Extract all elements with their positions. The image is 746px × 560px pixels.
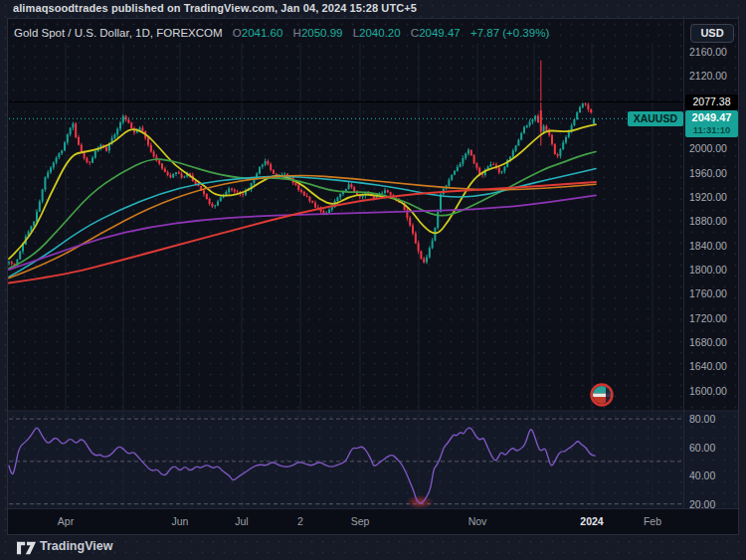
time-axis-label: 2024 — [570, 515, 614, 527]
price-axis-label: 1840.00 — [689, 240, 727, 252]
time-axis[interactable]: AprJunJul2SepNov2024Feb — [8, 508, 738, 535]
price-axis-label: 1720.00 — [689, 312, 727, 324]
legend-close-value: 2049.47 — [419, 27, 461, 39]
tradingview-brand[interactable]: TradingView — [40, 539, 112, 553]
bar-countdown: 11:31:10 — [685, 124, 738, 136]
time-axis-label: Feb — [631, 515, 674, 527]
price-axis-label: 2120.00 — [689, 70, 727, 82]
price-axis-label: 1760.00 — [689, 287, 727, 299]
time-axis-label: 2 — [279, 515, 322, 527]
tradingview-published-snapshot: { "attribution": "alimaqsoodtrades publi… — [0, 0, 746, 560]
attribution-bar: alimaqsoodtrades published on TradingVie… — [0, 0, 746, 18]
price-axis-label: 1600.00 — [689, 385, 727, 397]
price-axis-label: 1640.00 — [689, 360, 727, 372]
time-axis-label: Jun — [158, 515, 202, 527]
legend-open-value: 2041.60 — [242, 27, 283, 39]
legend-high-value: 2050.99 — [301, 27, 343, 39]
legend-close-label: C — [411, 27, 419, 39]
time-axis-label: Sep — [338, 515, 382, 527]
tradingview-logo-icon[interactable] — [17, 541, 37, 555]
current-price-value: 2049.47 — [685, 110, 738, 124]
price-axis-label: 2000.00 — [689, 142, 727, 154]
price-axis-label: 1800.00 — [689, 264, 727, 276]
rsi-axis-label: 80.00 — [689, 413, 715, 425]
currency-button[interactable]: USD — [690, 24, 734, 43]
rsi-axis-label: 40.00 — [689, 469, 715, 481]
chart-widget: AprJunJul2SepNov2024Feb Gold Spot / U.S.… — [7, 18, 739, 535]
price-axis-label: 1680.00 — [689, 336, 727, 348]
main-chart-pane[interactable] — [8, 19, 738, 410]
time-axis-label: Nov — [456, 515, 499, 527]
legend-open-label: O — [233, 27, 242, 39]
price-axis-label: 1880.00 — [689, 215, 727, 227]
time-axis-label: Jul — [220, 515, 264, 527]
time-axis-label: Apr — [44, 515, 88, 527]
current-price-tag: 2049.47 11:31:10 — [685, 110, 738, 137]
footer-bar: TradingView — [0, 535, 746, 560]
symbol-legend[interactable]: Gold Spot / U.S. Dollar, 1D, FOREXCOM O2… — [14, 27, 549, 39]
legend-change: +7.87 (+0.39%) — [470, 27, 549, 39]
legend-low-value: 2040.20 — [359, 27, 401, 39]
rsi-indicator-pane[interactable] — [8, 411, 738, 508]
rsi-axis-label: 60.00 — [689, 442, 715, 454]
legend-high-label: H — [293, 27, 301, 39]
rsi-axis-label: 20.00 — [689, 498, 715, 510]
price-axis-label: 2160.00 — [689, 46, 727, 58]
attribution-text: alimaqsoodtrades published on TradingVie… — [13, 2, 417, 14]
legend-title: Gold Spot / U.S. Dollar, 1D, FOREXCOM — [14, 27, 223, 39]
symbol-price-label: XAUUSD — [628, 111, 683, 126]
price-level-tag: 2077.38 — [685, 94, 738, 109]
price-axis-label: 1920.00 — [689, 191, 727, 203]
price-axis-label: 1960.00 — [689, 167, 727, 179]
